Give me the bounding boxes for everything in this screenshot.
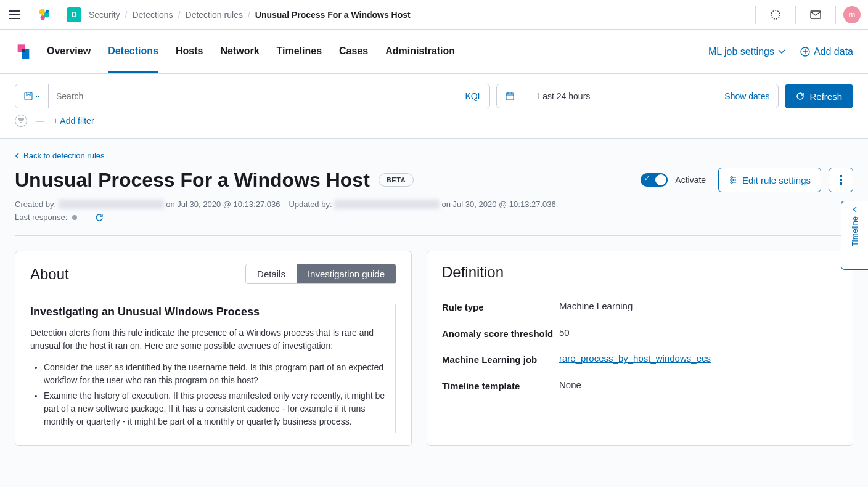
avatar[interactable]: m (843, 6, 861, 23)
elastic-logo-icon[interactable] (38, 8, 51, 22)
timeline-flyout-button[interactable]: Timeline (841, 201, 868, 270)
definition-value: 50 (559, 327, 570, 341)
ml-job-settings-label: ML job settings (708, 46, 774, 57)
about-panel: About Details Investigation guide Invest… (15, 251, 412, 446)
filter-divider: — (36, 116, 44, 126)
svg-rect-14 (840, 182, 842, 185)
tab-hosts[interactable]: Hosts (176, 46, 203, 73)
filter-menu-icon[interactable] (15, 115, 27, 127)
guide-heading: Investigating an Unusual Windows Process (30, 304, 385, 320)
definition-key: Rule type (442, 301, 559, 315)
svg-rect-13 (840, 179, 842, 181)
date-options-dropdown[interactable] (497, 84, 530, 108)
svg-rect-8 (506, 93, 514, 100)
divider (15, 235, 853, 236)
search-row: KQL Last 24 hours Show dates Refresh (0, 74, 868, 108)
mail-icon[interactable] (803, 2, 828, 27)
breadcrumb-security[interactable]: Security (89, 10, 120, 20)
security-app-logo-icon (15, 43, 32, 60)
about-tab-details[interactable]: Details (246, 264, 297, 283)
about-tab-investigation-guide[interactable]: Investigation guide (297, 264, 396, 283)
app-badge[interactable]: D (67, 7, 81, 22)
menu-icon[interactable] (7, 7, 22, 22)
refresh-icon (796, 92, 805, 100)
definition-row: Machine Learning jobrare_process_by_host… (442, 353, 838, 367)
filter-options-dropdown[interactable] (15, 84, 49, 108)
title-row: Unusual Process For a Windows Host BETA … (15, 168, 853, 192)
more-actions-button[interactable] (829, 168, 853, 192)
status-dot-icon (72, 215, 77, 220)
activate-label: Activate (675, 175, 706, 185)
svg-point-11 (731, 182, 733, 184)
created-by-value: frank.hassanabad@elastic.co (59, 200, 164, 209)
breadcrumb: Security/ Detections/ Detection rules/ U… (89, 10, 411, 20)
created-by-label: Created by: (15, 200, 56, 209)
definition-header: Definition (442, 264, 838, 281)
last-response-row: Last response: — (15, 213, 853, 222)
list-item: Consider the user as identified by the u… (44, 361, 385, 387)
breadcrumb-current: Unusual Process For a Windows Host (255, 10, 411, 20)
updated-by-value: frank.hassanabad@elastic.co (334, 200, 440, 209)
definition-row: Timeline templateNone (442, 380, 838, 394)
chevron-left-icon (15, 153, 20, 159)
add-data-label: Add data (814, 46, 853, 57)
date-range-picker: Last 24 hours Show dates (496, 84, 779, 108)
refresh-button[interactable]: Refresh (785, 84, 853, 108)
svg-point-2 (41, 15, 45, 19)
tab-administration[interactable]: Administration (385, 46, 455, 73)
page-title: Unusual Process For a Windows Host (15, 169, 370, 192)
search-input-wrap (49, 91, 457, 101)
definition-row: Anomaly score threshold50 (442, 327, 838, 341)
save-query-icon (24, 92, 33, 100)
kql-toggle[interactable]: KQL (457, 91, 489, 101)
tab-timelines[interactable]: Timelines (277, 46, 322, 73)
search-input[interactable] (56, 91, 450, 101)
refresh-label: Refresh (809, 91, 842, 102)
definition-key: Timeline template (442, 380, 559, 394)
add-data-button[interactable]: Add data (800, 46, 853, 57)
edit-rule-label: Edit rule settings (742, 175, 811, 185)
nav-tabs: Overview Detections Hosts Network Timeli… (47, 46, 708, 58)
last-response-label: Last response: (15, 213, 67, 222)
tab-overview[interactable]: Overview (47, 46, 91, 73)
back-link-label: Back to detection rules (23, 151, 105, 160)
chevron-left-icon (851, 206, 859, 213)
chevron-down-icon (517, 95, 522, 98)
newsfeed-icon[interactable] (763, 2, 788, 27)
definition-key: Machine Learning job (442, 353, 559, 367)
definition-rows: Rule typeMachine LearningAnomaly score t… (442, 301, 838, 393)
ml-job-settings-button[interactable]: ML job settings (708, 46, 785, 57)
updated-on: on Jul 30, 2020 @ 10:13:27.036 (442, 200, 556, 209)
back-to-rules-link[interactable]: Back to detection rules (15, 151, 853, 160)
list-item: Examine the history of execution. If thi… (44, 389, 385, 428)
breadcrumb-detections[interactable]: Detections (132, 10, 173, 20)
definition-value[interactable]: rare_process_by_host_windows_ecs (559, 353, 711, 367)
tab-network[interactable]: Network (220, 46, 259, 73)
definition-panel: Definition Rule typeMachine LearningAnom… (427, 251, 853, 446)
created-on: on Jul 30, 2020 @ 10:13:27.036 (166, 200, 280, 209)
edit-rule-button[interactable]: Edit rule settings (718, 168, 821, 192)
updated-by-label: Updated by: (289, 200, 332, 209)
definition-value: Machine Learning (559, 301, 633, 315)
search-box: KQL (15, 84, 490, 108)
definition-key: Anomaly score threshold (442, 327, 559, 341)
about-tab-group: Details Investigation guide (245, 264, 396, 284)
page-content: Back to detection rules Unusual Process … (0, 139, 868, 487)
header-left: D Security/ Detections/ Detection rules/… (7, 6, 755, 24)
svg-point-3 (46, 9, 49, 13)
add-filter-button[interactable]: + Add filter (53, 116, 94, 126)
breadcrumb-rules[interactable]: Detection rules (186, 10, 243, 20)
tab-cases[interactable]: Cases (339, 46, 368, 73)
date-range-value[interactable]: Last 24 hours (530, 91, 716, 101)
refresh-status-icon[interactable] (95, 213, 104, 222)
guide-intro: Detection alerts from this rule indicate… (30, 327, 385, 352)
tab-detections[interactable]: Detections (108, 46, 158, 73)
show-dates-button[interactable]: Show dates (716, 91, 778, 101)
global-header: D Security/ Detections/ Detection rules/… (0, 0, 868, 30)
controls-icon (729, 176, 737, 184)
definition-title: Definition (442, 264, 504, 281)
activate-toggle[interactable] (641, 173, 668, 187)
filter-row: — + Add filter (0, 108, 868, 139)
svg-point-9 (731, 177, 733, 179)
chevron-down-icon (35, 95, 40, 98)
